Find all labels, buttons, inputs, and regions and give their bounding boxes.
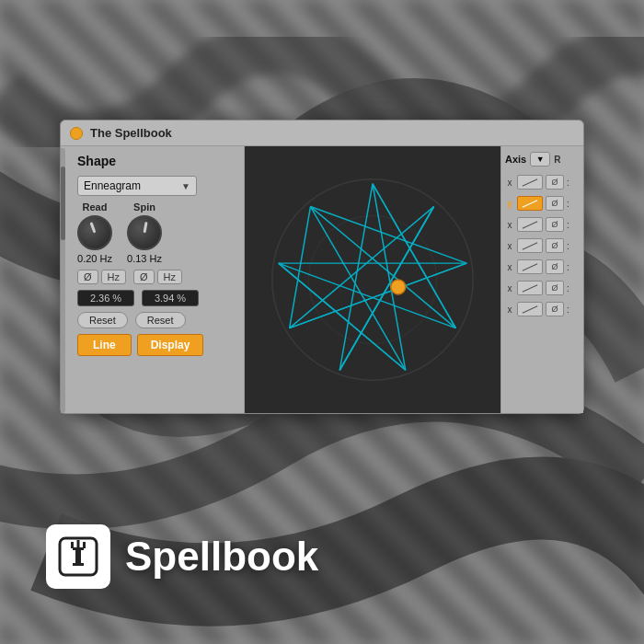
dropdown-row: Enneagram ▼ bbox=[77, 176, 235, 196]
read-value: 0.20 Hz bbox=[77, 253, 112, 264]
axis-x-4: x bbox=[505, 241, 514, 251]
read-hz-button[interactable]: Hz bbox=[101, 270, 126, 284]
value-col-6: : bbox=[567, 283, 569, 293]
svg-rect-25 bbox=[77, 540, 80, 548]
read-percent: 2.36 % bbox=[77, 290, 134, 306]
value-col-1: : bbox=[567, 178, 569, 188]
title-dot bbox=[70, 127, 83, 140]
dropdown-value: Enneagram bbox=[84, 179, 141, 192]
slope-line-active-icon bbox=[523, 200, 538, 208]
axis-x-1: x bbox=[505, 178, 514, 188]
slope-icon-4[interactable] bbox=[517, 238, 543, 253]
chevron-down-icon: ▼ bbox=[181, 181, 190, 191]
spin-percent: 3.94 % bbox=[142, 290, 199, 306]
spin-hz-button[interactable]: Hz bbox=[157, 270, 182, 284]
spin-label: Spin bbox=[133, 201, 155, 213]
slope-line-4-icon bbox=[523, 242, 538, 250]
right-panel: Axis ▼ R x Ø : y Ø : bbox=[500, 146, 583, 413]
read-label: Read bbox=[83, 201, 108, 213]
slope-icon-2-active[interactable] bbox=[517, 196, 543, 211]
spin-knob[interactable] bbox=[127, 215, 162, 250]
svg-line-13 bbox=[310, 207, 466, 264]
axis-x-5: x bbox=[505, 262, 514, 272]
slope-line-7-icon bbox=[523, 305, 538, 314]
null-icon-2[interactable]: Ø bbox=[546, 196, 564, 211]
axis-row-1: x Ø : bbox=[505, 173, 580, 191]
svg-line-10 bbox=[310, 207, 455, 328]
brand-area: Spellbook bbox=[46, 524, 318, 589]
moving-dot bbox=[391, 280, 406, 294]
null-icon-7[interactable]: Ø bbox=[546, 302, 564, 316]
axis-row-6: x Ø : bbox=[505, 279, 580, 297]
axis-row-3: x Ø : bbox=[505, 215, 580, 234]
null-icon-4[interactable]: Ø bbox=[546, 238, 564, 253]
spin-reset-button[interactable]: Reset bbox=[135, 312, 186, 328]
phase-hz-row: Ø Hz Ø Hz bbox=[77, 270, 235, 284]
slope-icon-3[interactable] bbox=[517, 217, 543, 232]
read-reset-button[interactable]: Reset bbox=[77, 312, 128, 328]
percent-row: 2.36 % 3.94 % bbox=[77, 290, 235, 306]
axis-row-4: x Ø : bbox=[505, 236, 580, 255]
brand-name: Spellbook bbox=[125, 534, 318, 580]
spellbook-logo-icon bbox=[56, 535, 100, 579]
slope-icon-7[interactable] bbox=[517, 302, 543, 316]
spin-value: 0.13 Hz bbox=[127, 253, 162, 264]
axis-label: Axis bbox=[505, 154, 526, 165]
slope-line-6-icon bbox=[523, 284, 538, 293]
axis-x-7: x bbox=[505, 305, 514, 315]
value-col-2: : bbox=[567, 199, 569, 209]
title-bar: The Spellbook bbox=[61, 121, 583, 146]
svg-line-5 bbox=[279, 263, 456, 328]
brand-icon-box bbox=[46, 524, 110, 589]
plugin-title: The Spellbook bbox=[90, 126, 172, 140]
axis-x-6: x bbox=[505, 283, 514, 293]
slope-line-icon bbox=[523, 178, 538, 187]
slope-line-5-icon bbox=[523, 263, 538, 271]
shape-label: Shape bbox=[77, 154, 235, 168]
value-col-4: : bbox=[567, 241, 569, 251]
null-icon-6[interactable]: Ø bbox=[546, 281, 564, 295]
value-col-3: : bbox=[567, 220, 569, 230]
svg-rect-23 bbox=[73, 563, 84, 566]
slope-icon-5[interactable] bbox=[517, 259, 543, 274]
plugin-window: The Spellbook Shape Enneagram ▼ Read 0.2… bbox=[60, 120, 584, 414]
reset-row: Reset Reset bbox=[77, 312, 235, 328]
axis-row-2: y Ø : bbox=[505, 194, 580, 213]
enneagram-display bbox=[245, 146, 500, 413]
svg-point-0 bbox=[272, 179, 473, 380]
axis-y-2: y bbox=[505, 199, 514, 209]
value-col-5: : bbox=[567, 262, 569, 272]
center-canvas bbox=[245, 146, 500, 413]
svg-line-19 bbox=[290, 207, 311, 328]
value-col-7: : bbox=[567, 305, 569, 315]
axis-row-5: x Ø : bbox=[505, 258, 580, 276]
axis-dropdown[interactable]: ▼ bbox=[530, 152, 550, 167]
spin-knob-group: Spin 0.13 Hz bbox=[127, 201, 162, 264]
read-knob-group: Read 0.20 Hz bbox=[77, 201, 112, 264]
svg-rect-22 bbox=[75, 550, 81, 563]
display-button[interactable]: Display bbox=[137, 334, 204, 356]
slope-icon-6[interactable] bbox=[517, 281, 543, 295]
left-panel: Shape Enneagram ▼ Read 0.20 Hz Spin 0.13… bbox=[61, 146, 245, 413]
spin-phase-button[interactable]: Ø bbox=[133, 270, 155, 284]
r-label: R bbox=[554, 155, 560, 165]
null-icon-3[interactable]: Ø bbox=[546, 217, 564, 232]
null-icon-1[interactable]: Ø bbox=[546, 175, 564, 190]
svg-rect-24 bbox=[71, 542, 74, 548]
axis-row-7: x Ø : bbox=[505, 300, 580, 318]
null-icon-5[interactable]: Ø bbox=[546, 259, 564, 274]
read-knob[interactable] bbox=[77, 215, 112, 250]
svg-rect-26 bbox=[83, 542, 86, 548]
main-content: Shape Enneagram ▼ Read 0.20 Hz Spin 0.13… bbox=[61, 146, 583, 413]
slope-icon-1[interactable] bbox=[517, 175, 543, 190]
scrollbar[interactable] bbox=[61, 148, 65, 413]
axis-x-3: x bbox=[505, 220, 514, 230]
knobs-row: Read 0.20 Hz Spin 0.13 Hz bbox=[77, 201, 235, 264]
bottom-buttons: Line Display bbox=[77, 334, 235, 356]
slope-line-3-icon bbox=[523, 221, 538, 229]
shape-dropdown[interactable]: Enneagram ▼ bbox=[77, 176, 197, 196]
read-phase-button[interactable]: Ø bbox=[77, 270, 98, 284]
scrollbar-thumb[interactable] bbox=[61, 167, 65, 240]
right-panel-header: Axis ▼ R bbox=[505, 152, 580, 167]
line-button[interactable]: Line bbox=[77, 334, 132, 356]
